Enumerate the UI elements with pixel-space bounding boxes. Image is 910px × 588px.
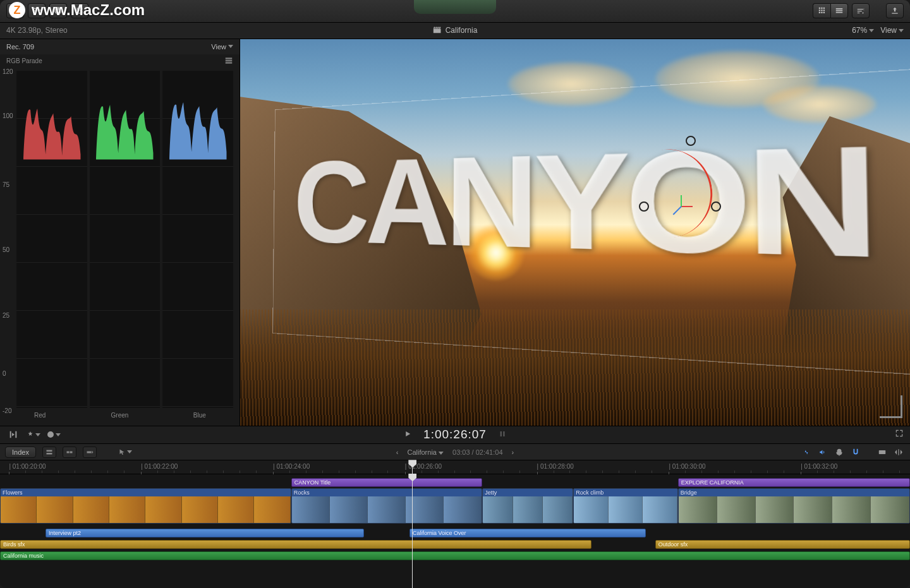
next-edit-icon[interactable]: ›	[512, 448, 514, 456]
title-clip[interactable]: CANYON Title	[291, 478, 482, 487]
timeline-header: Index ‹ California 03:03 / 02:41:04 ›	[0, 444, 910, 460]
connect-clip-icon[interactable]	[42, 447, 56, 458]
clip-appearance-icon[interactable]	[876, 447, 889, 458]
video-clip[interactable]: Rock climb	[573, 488, 678, 524]
anchor-handle[interactable]	[639, 201, 649, 212]
clip-format-label: 4K 23.98p, Stereo	[6, 26, 68, 35]
info-bar: 4K 23.98p, Stereo California 67% View	[0, 23, 910, 39]
sfx-audio-clip[interactable]: Birds sfx	[0, 540, 592, 549]
svg-rect-3	[70, 451, 72, 453]
project-name-label: California	[446, 26, 478, 35]
camera-notch	[414, 0, 496, 14]
channel-label-red: Red	[0, 412, 80, 426]
keyword-button[interactable]	[28, 3, 46, 18]
y-tick: 100	[3, 112, 13, 119]
ruler-tick: | 01:00:32:00	[801, 463, 837, 470]
timeline[interactable]: CANYON TitleEXPLORE CALIFORNIAFlowersRoc…	[0, 474, 910, 588]
svg-rect-5	[879, 450, 886, 454]
video-clip[interactable]: Jetty	[482, 488, 573, 524]
background-tasks-button[interactable]	[49, 3, 67, 18]
playhead[interactable]	[412, 460, 413, 474]
y-tick: 25	[3, 312, 9, 319]
ruler-tick: | 01:00:24:00	[273, 463, 310, 470]
timeline-ruler[interactable]: | 01:00:20:00| 01:00:22:00| 01:00:24:00|…	[0, 460, 910, 474]
transport-bar: 1:00:26:07	[0, 426, 910, 445]
svg-rect-0	[46, 450, 52, 452]
playhead[interactable]	[412, 474, 413, 588]
anchor-handle[interactable]	[711, 201, 721, 212]
video-clip[interactable]: Rocks	[291, 488, 482, 524]
dialog-audio-clip[interactable]: California Voice Over	[410, 529, 646, 537]
ruler-tick: | 01:00:30:00	[669, 463, 705, 470]
viewer-resize-corner-icon[interactable]	[880, 395, 902, 418]
viewer-zoom-menu[interactable]: 67%	[852, 26, 874, 35]
play-icon[interactable]	[403, 429, 412, 440]
dialog-audio-clip[interactable]: Interview pt2	[46, 529, 364, 537]
share-button[interactable]	[886, 3, 904, 18]
scopes-view-menu[interactable]: View	[211, 43, 233, 51]
video-scopes-panel: Rec. 709 View RGB Parade 120 100 75 50 2…	[0, 39, 240, 426]
app-window: Z www.MacZ.com 4K 23.98p, Stereo Califor…	[0, 0, 910, 588]
scopes-body: 120 100 75 50 25 0 -20	[0, 68, 240, 412]
layout-list-button[interactable]	[830, 3, 848, 18]
svg-rect-2	[66, 451, 69, 453]
fullscreen-icon[interactable]	[895, 429, 904, 440]
y-tick: 0	[3, 370, 6, 377]
solo-toggle-icon[interactable]	[833, 447, 846, 458]
scope-green-channel	[90, 71, 161, 408]
svg-rect-1	[46, 453, 52, 455]
append-clip-icon[interactable]	[83, 447, 97, 458]
clapper-icon	[433, 25, 442, 36]
audio-skim-toggle-icon[interactable]	[816, 447, 829, 458]
title-clip[interactable]: EXPLORE CALIFORNIA	[678, 478, 910, 487]
snapping-toggle-icon[interactable]	[849, 447, 862, 458]
layout-grid-button[interactable]	[813, 3, 830, 18]
scope-mode-label: RGB Parade	[6, 57, 42, 64]
timecode-display[interactable]: 1:00:26:07	[423, 428, 487, 441]
scope-blue-channel	[162, 71, 233, 408]
arrow-tool-icon[interactable]	[118, 447, 132, 458]
timeline-project-name[interactable]: California	[407, 448, 444, 456]
timeline-zoom-icon[interactable]	[892, 447, 905, 458]
channel-label-green: Green	[80, 412, 159, 426]
video-clip[interactable]: Flowers	[0, 488, 291, 524]
scope-red-channel	[16, 71, 87, 408]
skimming-tool-icon[interactable]	[6, 429, 20, 440]
y-tick: 50	[3, 246, 9, 253]
rotation-end-handle[interactable]	[686, 136, 696, 146]
import-button[interactable]	[6, 3, 24, 18]
3d-axis-gizmo[interactable]	[669, 193, 694, 219]
inspector-toggle-button[interactable]	[852, 3, 870, 18]
y-tick: 75	[3, 181, 9, 188]
pause-icon[interactable]	[498, 429, 507, 440]
timeline-index-button[interactable]: Index	[5, 447, 36, 458]
channel-label-blue: Blue	[160, 412, 240, 426]
y-tick: 120	[3, 68, 13, 75]
retime-tool-icon[interactable]	[47, 429, 61, 440]
viewer-view-menu[interactable]: View	[880, 26, 904, 35]
sfx-audio-clip[interactable]: Outdoor sfx	[655, 540, 910, 549]
video-clip[interactable]: Bridge	[678, 488, 910, 524]
timeline-chapter-info: 03:03 / 02:41:04	[452, 448, 503, 456]
ruler-tick: | 01:00:22:00	[141, 463, 178, 470]
svg-rect-4	[87, 451, 91, 453]
y-tick: -20	[3, 407, 11, 414]
skimming-toggle-icon[interactable]	[800, 447, 813, 458]
ruler-tick: | 01:00:28:00	[537, 463, 574, 470]
insert-clip-icon[interactable]	[63, 447, 76, 458]
prev-edit-icon[interactable]: ‹	[396, 448, 399, 456]
share-indicator-button[interactable]	[71, 3, 88, 18]
browser-layout-group	[813, 3, 848, 18]
effects-tool-icon[interactable]	[27, 429, 40, 440]
ruler-tick: | 01:00:20:00	[9, 463, 46, 470]
music-audio-clip[interactable]: California music	[0, 551, 910, 560]
scope-color-space-label: Rec. 709	[6, 43, 34, 51]
scope-settings-icon[interactable]	[224, 56, 233, 66]
viewer[interactable]: CANYON	[240, 39, 910, 426]
